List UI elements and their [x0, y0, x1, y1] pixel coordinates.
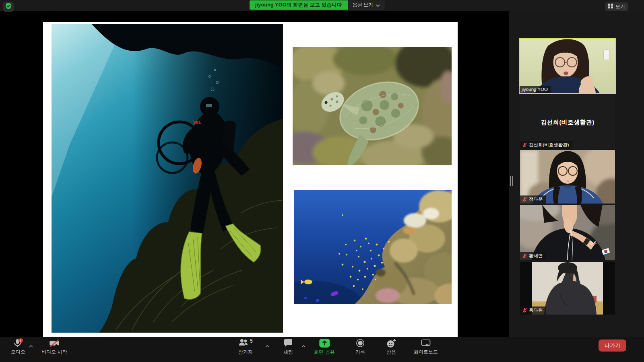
name-tag: jiyoung YOO: [520, 86, 551, 93]
participant-tile-jung-dawoon[interactable]: 정다운: [520, 150, 615, 204]
mic-muted-icon: [522, 197, 527, 202]
photo-coral-reef: [294, 190, 452, 304]
shield-check-icon: [5, 2, 12, 11]
view-options-label: 옵션 보기: [353, 2, 373, 8]
photo-sea-turtle: [293, 47, 452, 165]
video-feed-jiyoung-yoo: [520, 39, 615, 93]
chevron-down-icon: [376, 2, 380, 8]
name-tag: 황세연: [520, 252, 546, 260]
participant-tile-hong-dawon[interactable]: 홍다원: [520, 262, 615, 315]
participant-name: 황세연: [529, 253, 543, 259]
svg-text:!: !: [20, 339, 21, 343]
gallery-grid-icon: [608, 4, 613, 10]
audio-button[interactable]: ! 오디오: [11, 338, 25, 356]
smiley-plus-icon: [386, 338, 396, 348]
participant-name: jiyoung YOO: [522, 87, 548, 92]
name-tag: 김선희(비호생활관): [520, 141, 572, 149]
view-button-label: 보기: [615, 3, 625, 10]
whiteboard-label: 화이트보드: [414, 349, 438, 356]
meeting-info-button[interactable]: [3, 2, 14, 12]
record-label: 기록: [355, 349, 365, 356]
participants-label: 참가자: [238, 349, 253, 356]
viewing-screen-banner: jiyoung YOO의 화면을 보고 있습니다: [250, 0, 348, 10]
participant-tile-jiyoung-yoo[interactable]: jiyoung YOO: [519, 38, 616, 94]
participant-tile-kim-sunhee[interactable]: 김선희(비호생활관) 김선희(비호생활관): [520, 95, 615, 149]
microphone-icon: !: [13, 338, 23, 348]
view-options-button[interactable]: 옵션 보기: [348, 0, 385, 10]
participant-name: 정다운: [529, 196, 543, 202]
start-video-button[interactable]: 비디오 시작: [41, 338, 67, 356]
share-screen-button[interactable]: 화면 공유: [314, 338, 334, 356]
meeting-toolbar: ! 오디오 비디오 시작: [0, 337, 644, 362]
sidebar-resize-handle[interactable]: [510, 176, 515, 186]
top-bar: jiyoung YOO의 화면을 보고 있습니다 옵션 보기 보기: [0, 0, 644, 11]
presentation-slide: X51: [43, 22, 458, 337]
photo-scuba-diver: X51: [52, 24, 283, 333]
whiteboard-icon: [421, 338, 431, 348]
name-tag: 정다운: [520, 195, 546, 204]
participant-name: 김선희(비호생활관): [529, 142, 569, 148]
mic-muted-icon: [522, 142, 527, 148]
record-icon: [356, 338, 365, 348]
shared-screen-stage: X51: [0, 11, 509, 337]
display-name-centered: 김선희(비호생활관): [520, 119, 615, 126]
audio-options-chevron[interactable]: [29, 342, 33, 349]
name-tag: 홍다원: [520, 306, 546, 315]
share-screen-label: 화면 공유: [314, 349, 334, 356]
chat-label: 채팅: [283, 349, 293, 356]
chat-options-chevron[interactable]: [301, 342, 305, 349]
participants-sidebar: jiyoung YOO 김선희(비호생활관) 김선희(비호생활관): [509, 11, 644, 337]
reactions-label: 반응: [386, 349, 396, 356]
participants-count: 5: [250, 338, 253, 344]
chat-bubble-icon: [283, 338, 293, 348]
participants-button[interactable]: 5 참가자: [238, 338, 253, 356]
whiteboard-button[interactable]: 화이트보드: [414, 338, 438, 356]
participant-name: 홍다원: [529, 307, 543, 313]
participants-icon: [238, 338, 249, 348]
zoom-meeting-window: jiyoung YOO의 화면을 보고 있습니다 옵션 보기 보기: [0, 0, 644, 362]
mic-muted-icon: [522, 253, 527, 259]
camera-off-icon: [49, 338, 60, 348]
reactions-button[interactable]: 반응: [386, 338, 396, 356]
start-video-label: 비디오 시작: [41, 349, 67, 356]
screen-share-banner-group: jiyoung YOO의 화면을 보고 있습니다 옵션 보기: [250, 0, 385, 10]
share-screen-icon: [319, 338, 330, 348]
audio-label: 오디오: [11, 349, 25, 356]
view-button[interactable]: 보기: [605, 2, 628, 11]
mic-muted-icon: [522, 308, 527, 313]
chat-button[interactable]: 채팅: [283, 338, 293, 356]
record-button[interactable]: 기록: [355, 338, 365, 356]
participants-options-chevron[interactable]: [265, 342, 269, 349]
leave-button[interactable]: 나가기: [599, 339, 626, 352]
participant-tile-hwang-seyeon[interactable]: .O.K 황세연: [520, 205, 615, 260]
